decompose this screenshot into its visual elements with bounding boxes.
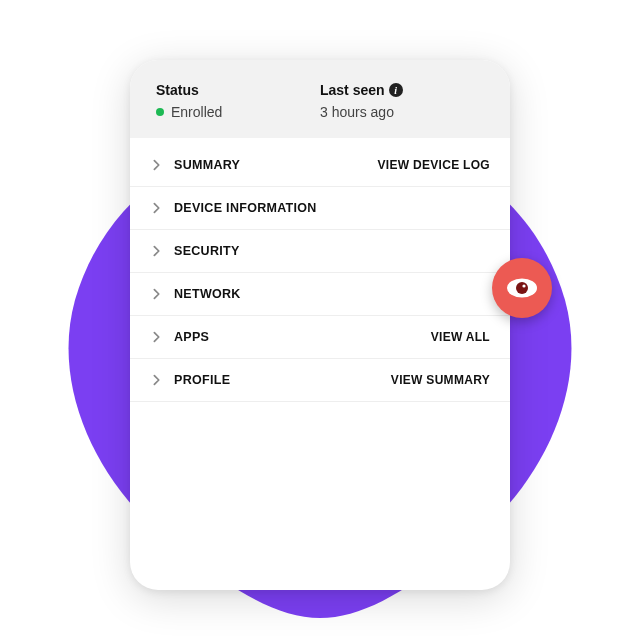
chevron-right-icon xyxy=(150,201,164,215)
lastseen-block: Last seen i 3 hours ago xyxy=(320,82,484,120)
section-row-action[interactable]: VIEW DEVICE LOG xyxy=(377,158,490,172)
info-icon[interactable]: i xyxy=(389,83,403,97)
section-row-label: SUMMARY xyxy=(174,158,377,172)
section-row-label: PROFILE xyxy=(174,373,391,387)
section-row-label: SECURITY xyxy=(174,244,490,258)
card-header: Status Enrolled Last seen i 3 hours ago xyxy=(130,60,510,138)
eye-badge[interactable] xyxy=(492,258,552,318)
section-row-label: APPS xyxy=(174,330,431,344)
status-dot-icon xyxy=(156,108,164,116)
chevron-right-icon xyxy=(150,330,164,344)
lastseen-label: Last seen i xyxy=(320,82,484,98)
section-row-action[interactable]: VIEW ALL xyxy=(431,330,490,344)
svg-point-2 xyxy=(522,284,525,287)
section-row-action[interactable]: VIEW SUMMARY xyxy=(391,373,490,387)
section-row-device-information[interactable]: DEVICE INFORMATION xyxy=(130,187,510,230)
status-value: Enrolled xyxy=(156,104,320,120)
device-card: Status Enrolled Last seen i 3 hours ago … xyxy=(130,60,510,590)
chevron-right-icon xyxy=(150,287,164,301)
svg-point-1 xyxy=(516,282,528,294)
status-label: Status xyxy=(156,82,320,98)
section-row-profile[interactable]: PROFILEVIEW SUMMARY xyxy=(130,359,510,402)
section-row-apps[interactable]: APPSVIEW ALL xyxy=(130,316,510,359)
section-row-label: NETWORK xyxy=(174,287,490,301)
section-list: SUMMARYVIEW DEVICE LOGDEVICE INFORMATION… xyxy=(130,138,510,402)
chevron-right-icon xyxy=(150,373,164,387)
section-row-label: DEVICE INFORMATION xyxy=(174,201,490,215)
eye-icon xyxy=(505,271,539,305)
chevron-right-icon xyxy=(150,158,164,172)
section-row-security[interactable]: SECURITY xyxy=(130,230,510,273)
section-row-summary[interactable]: SUMMARYVIEW DEVICE LOG xyxy=(130,138,510,187)
chevron-right-icon xyxy=(150,244,164,258)
status-block: Status Enrolled xyxy=(156,82,320,120)
lastseen-value: 3 hours ago xyxy=(320,104,484,120)
section-row-network[interactable]: NETWORK xyxy=(130,273,510,316)
